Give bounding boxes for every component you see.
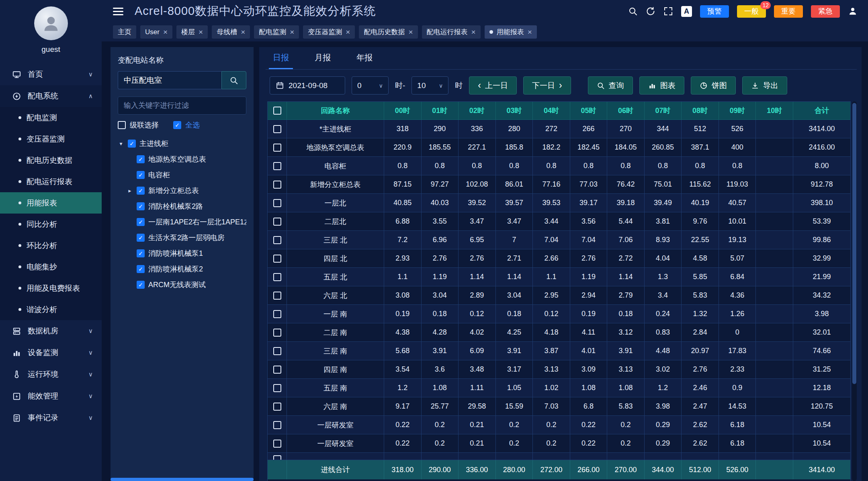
tree-checkbox[interactable]: ✓ <box>137 265 145 273</box>
sidebar-item[interactable]: 设备监测∨ <box>0 342 102 364</box>
tab-chip[interactable]: 楼层× <box>176 25 208 39</box>
date-picker[interactable]: 2021-09-08 <box>270 76 345 95</box>
tree-node[interactable]: ▸✓新增分立柜总表 <box>118 183 246 198</box>
sidebar-item[interactable]: 数据机房∨ <box>0 320 102 342</box>
alarm-button[interactable]: 重要 <box>774 5 803 18</box>
sidebar-item[interactable]: 能效管理∨ <box>0 385 102 407</box>
sidebar-subitem[interactable]: 电能集抄 <box>0 256 102 278</box>
close-icon[interactable]: × <box>163 28 168 36</box>
row-checkbox[interactable] <box>273 199 281 207</box>
tab-chip[interactable]: 变压器监测× <box>303 25 355 39</box>
row-checkbox[interactable] <box>273 218 281 226</box>
sidebar-subitem[interactable]: 用能报表 <box>0 192 102 214</box>
close-icon[interactable]: × <box>408 28 413 36</box>
tab-chip[interactable]: 用能报表× <box>485 25 537 39</box>
tree-node[interactable]: ▾✓主进线柜 <box>118 136 246 151</box>
alarm-button[interactable]: 紧急 <box>811 5 840 18</box>
hour-from-select[interactable]: 0 ∨ <box>352 76 389 95</box>
tree-checkbox[interactable]: ✓ <box>128 140 136 148</box>
sidebar-subitem[interactable]: 同比分析 <box>0 214 102 235</box>
prev-day-button[interactable]: ‹ 上一日 <box>469 76 517 95</box>
refresh-icon[interactable] <box>646 6 655 16</box>
hamburger-menu-icon[interactable] <box>113 8 123 15</box>
sidebar-subitem[interactable]: 环比分析 <box>0 235 102 256</box>
close-icon[interactable]: × <box>471 28 476 36</box>
row-checkbox[interactable] <box>273 273 281 281</box>
tab-chip[interactable]: 配电运行报表× <box>422 25 481 39</box>
row-checkbox[interactable] <box>273 384 281 392</box>
query-button[interactable]: 查询 <box>588 76 633 95</box>
tree-node[interactable]: ✓消防栓机械泵2路 <box>118 198 246 214</box>
tree-filter-input[interactable] <box>118 97 246 115</box>
tree-checkbox[interactable]: ✓ <box>137 202 145 210</box>
caret-right-icon[interactable]: ▸ <box>127 187 133 194</box>
row-checkbox[interactable] <box>273 292 281 300</box>
row-checkbox[interactable] <box>273 347 281 355</box>
report-tab[interactable]: 月报 <box>311 47 335 69</box>
next-day-button[interactable]: 下一日 › <box>523 76 571 95</box>
hour-to-select[interactable]: 10 ∨ <box>411 76 448 95</box>
tree-checkbox[interactable]: ✓ <box>137 249 145 257</box>
tab-chip[interactable]: 主页 <box>113 25 136 39</box>
tab-chip[interactable]: 配电历史数据× <box>359 25 418 39</box>
tree-checkbox[interactable]: ✓ <box>137 155 145 163</box>
station-search-button[interactable] <box>221 71 246 89</box>
tab-chip[interactable]: 母线槽× <box>212 25 250 39</box>
cascade-checkbox[interactable] <box>118 121 126 129</box>
horizontal-scrollbar[interactable] <box>111 478 254 481</box>
close-icon[interactable]: × <box>199 28 203 36</box>
tree-node[interactable]: ✓一层南1APE2右一层北1APE1左 <box>118 214 246 230</box>
row-checkbox[interactable] <box>273 403 281 411</box>
export-button[interactable]: 导出 <box>742 76 787 95</box>
tree-node[interactable]: ✓地源热泵空调总表 <box>118 151 246 167</box>
row-checkbox[interactable] <box>273 455 281 460</box>
report-tab[interactable]: 年报 <box>352 47 377 69</box>
alarm-button[interactable]: 预警 <box>700 5 729 18</box>
user-icon[interactable] <box>848 6 858 16</box>
sidebar-item[interactable]: 运行环境∨ <box>0 364 102 385</box>
station-input[interactable] <box>118 71 221 89</box>
avatar[interactable] <box>34 6 68 40</box>
pie-button[interactable]: 饼图 <box>691 76 736 95</box>
close-icon[interactable]: × <box>241 28 245 36</box>
sidebar-subitem[interactable]: 配电历史数据 <box>0 150 102 171</box>
tree-checkbox[interactable]: ✓ <box>137 281 145 289</box>
fullscreen-icon[interactable] <box>663 6 673 16</box>
row-checkbox[interactable] <box>273 255 281 263</box>
tree-node[interactable]: ✓电容柜 <box>118 167 246 183</box>
vertical-scrollbar[interactable] <box>852 101 857 481</box>
row-checkbox[interactable] <box>273 329 281 337</box>
translate-icon[interactable]: A <box>681 6 692 17</box>
tree-checkbox[interactable]: ✓ <box>137 171 145 179</box>
tree-node[interactable]: ✓消防喷淋机械泵2 <box>118 261 246 277</box>
scrollbar-thumb[interactable] <box>852 103 856 384</box>
tree-checkbox[interactable]: ✓ <box>137 218 145 226</box>
sidebar-subitem[interactable]: 配电运行报表 <box>0 171 102 192</box>
row-checkbox[interactable] <box>273 144 281 152</box>
close-icon[interactable]: × <box>528 28 532 36</box>
header-select-checkbox[interactable] <box>273 107 281 115</box>
tree-node[interactable]: ✓生活水泵2路一层弱电房 <box>118 230 246 245</box>
sidebar-subitem[interactable]: 用能及电费报表 <box>0 278 102 299</box>
row-checkbox[interactable] <box>273 181 281 189</box>
select-all-checkbox[interactable]: ✓ <box>173 121 181 129</box>
tab-chip[interactable]: 配电监测× <box>254 25 299 39</box>
alarm-button[interactable]: 一般12 <box>737 5 766 18</box>
row-checkbox[interactable] <box>273 236 281 244</box>
tree-checkbox[interactable]: ✓ <box>137 234 145 242</box>
tab-chip[interactable]: User× <box>140 25 172 39</box>
search-icon[interactable] <box>628 6 638 16</box>
sidebar-subitem[interactable]: 谐波分析 <box>0 299 102 320</box>
row-checkbox[interactable] <box>273 125 281 133</box>
row-checkbox[interactable] <box>273 421 281 429</box>
sidebar-item[interactable]: 首页∨ <box>0 64 102 85</box>
tree-node[interactable]: ✓消防喷淋机械泵1 <box>118 245 246 261</box>
tree-node[interactable]: ✓ARCM无线表测试 <box>118 277 246 292</box>
row-checkbox[interactable] <box>273 366 281 374</box>
chart-button[interactable]: 图表 <box>639 76 684 95</box>
close-icon[interactable]: × <box>290 28 294 36</box>
row-checkbox[interactable] <box>273 310 281 318</box>
tree-checkbox[interactable]: ✓ <box>137 187 145 195</box>
caret-down-icon[interactable]: ▾ <box>118 140 124 147</box>
sidebar-subitem[interactable]: 配电监测 <box>0 107 102 128</box>
